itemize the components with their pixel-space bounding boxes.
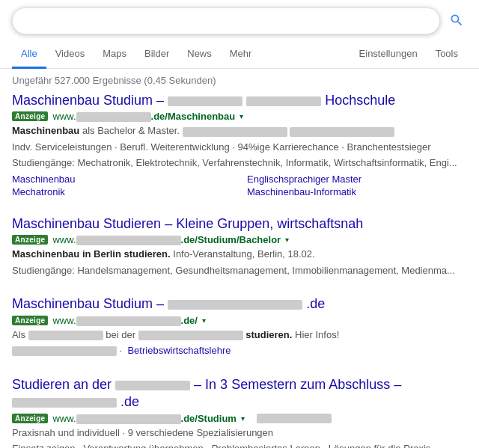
result-snippet-line1: Praxisnah und individuell · 9 verschiede… [12, 426, 467, 441]
result-block: Maschinenbau Studieren – Kleine Gruppen,… [12, 215, 467, 277]
sitelink[interactable]: Maschinenbau [12, 174, 232, 185]
sitelink[interactable]: Englischsprachiger Master [247, 174, 467, 185]
result-snippet-line2: · Betriebswirtschaftslehre [12, 343, 467, 358]
nav-right: Einstellungen Tools [350, 40, 467, 68]
tab-videos[interactable]: Videos [46, 40, 94, 69]
ad-badge: Anzeige [12, 111, 48, 121]
dropdown-arrow[interactable]: ▾ [202, 316, 206, 325]
search-button[interactable] [446, 10, 467, 33]
result-title[interactable]: Maschinenbau Studium – .de [12, 296, 325, 311]
result-url-row: Anzeige www. .de/ ▾ [12, 315, 467, 326]
result-url-row: Anzeige www. .de/Maschinenbau ▾ [12, 111, 467, 122]
ad-badge: Anzeige [12, 235, 48, 245]
result-block: Maschinenbau Studium – .de Anzeige www. … [12, 295, 467, 358]
results-container: Maschinenbau Studium – Hochschule Anzeig… [0, 92, 479, 448]
blurred-domain [76, 316, 181, 326]
search-bar-container: Maschinenbau studieren [0, 0, 479, 34]
result-snippet-line2: Indv. Serviceleistungen · Berufl. Weiter… [12, 140, 467, 155]
blurred-domain [76, 112, 151, 122]
result-url-row: Anzeige www. .de/Studium/Bachelor ▾ [12, 234, 467, 245]
results-meta: Ungefähr 527.000 Ergebnisse (0,45 Sekund… [0, 69, 479, 92]
search-input[interactable]: Maschinenbau studieren [12, 7, 440, 34]
result-block: Maschinenbau Studium – Hochschule Anzeig… [12, 92, 467, 197]
tab-news[interactable]: News [178, 40, 221, 69]
sitelink[interactable]: Betriebswirtschaftslehre [127, 345, 231, 356]
url-text: www. .de/Studium/Bachelor [52, 234, 281, 245]
result-snippet-line3: Studiengänge: Mechatronik, Elektrotechni… [12, 156, 467, 171]
url-text: www. .de/Studium [52, 413, 236, 424]
sitelink[interactable]: Maschinenbau-Informatik [247, 186, 467, 197]
result-title[interactable]: Maschinenbau Studium – Hochschule [12, 93, 395, 108]
blurred-extra [257, 414, 332, 423]
nav-tabs: Alle Videos Maps Bilder News Mehr Einste… [0, 37, 479, 69]
result-title[interactable]: Studieren an der – In 3 Semestern zum Ab… [12, 377, 405, 409]
tab-bilder[interactable]: Bilder [135, 40, 178, 69]
tab-mehr[interactable]: Mehr [221, 40, 261, 69]
result-snippet-line1: Maschinenbau als Bachelor & Master. [12, 123, 467, 138]
ad-badge: Anzeige [12, 316, 48, 325]
url-text: www. .de/ [52, 315, 197, 326]
nav-left: Alle Videos Maps Bilder News Mehr [12, 40, 350, 68]
dropdown-arrow[interactable]: ▾ [285, 236, 289, 244]
blurred-domain [76, 236, 181, 245]
dropdown-arrow[interactable]: ▾ [240, 112, 243, 120]
result-url-row: Anzeige www. .de/Studium ▾ [12, 413, 467, 424]
blurred-domain [76, 414, 181, 424]
result-snippet-line2: Einsatz zeigen · Verantwortung übernehme… [12, 441, 467, 448]
result-block: Studieren an der – In 3 Semestern zum Ab… [12, 376, 467, 448]
result-snippet-line1: Als bei der studieren. Hier Infos! [12, 328, 467, 343]
tab-alle[interactable]: Alle [12, 40, 46, 69]
ad-badge: Anzeige [12, 414, 48, 423]
search-icon [449, 13, 464, 28]
result-snippet-line2: Studiengänge: Handelsmanagement, Gesundh… [12, 263, 467, 278]
sitelinks: Maschinenbau Englischsprachiger Master M… [12, 174, 467, 197]
result-title[interactable]: Maschinenbau Studieren – Kleine Gruppen,… [12, 216, 363, 231]
tab-einstellungen[interactable]: Einstellungen [350, 40, 427, 69]
dropdown-arrow[interactable]: ▾ [241, 414, 245, 423]
tab-tools[interactable]: Tools [427, 40, 467, 69]
tab-maps[interactable]: Maps [94, 40, 135, 69]
result-snippet-line1: Maschinenbau in Berlin studieren. Info-V… [12, 247, 467, 262]
url-text: www. .de/Maschinenbau [52, 111, 235, 122]
sitelink[interactable]: Mechatronik [12, 186, 232, 197]
